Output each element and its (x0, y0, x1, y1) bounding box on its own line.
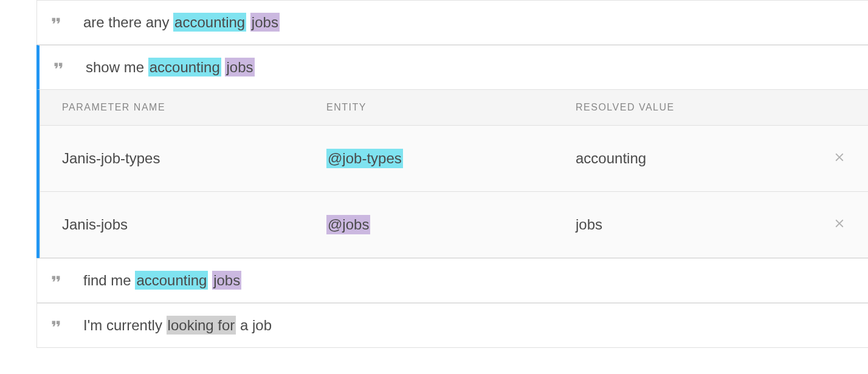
header-resolved-value: RESOLVED VALUE (576, 102, 858, 113)
entity-highlight[interactable]: accounting (173, 13, 246, 32)
entity-highlight[interactable]: jobs (225, 58, 254, 76)
quote-icon (52, 59, 65, 76)
training-phrase-row[interactable]: are there any accounting jobs (36, 0, 868, 45)
entity-highlight[interactable]: accounting (148, 58, 221, 76)
parameter-row: Janis-jobs@jobsjobs (40, 192, 868, 258)
entity-highlight[interactable]: jobs (250, 13, 280, 32)
training-phrase-row[interactable]: find me accounting jobs (36, 258, 868, 303)
parameter-row: Janis-job-types@job-typesaccounting (40, 126, 868, 192)
entity-highlight[interactable]: accounting (135, 271, 208, 290)
entity-tag[interactable]: @job-types (326, 149, 403, 168)
training-phrase-row[interactable]: show me accounting jobs (36, 45, 868, 90)
parameter-name-cell[interactable]: Janis-jobs (62, 216, 326, 233)
entity-highlight[interactable]: looking for (167, 316, 236, 335)
parameter-name-cell[interactable]: Janis-job-types (62, 150, 326, 167)
training-phrase-text[interactable]: are there any accounting jobs (83, 14, 280, 31)
quote-icon (49, 317, 63, 334)
header-entity: ENTITY (326, 102, 576, 113)
entity-cell[interactable]: @job-types (326, 149, 576, 168)
training-phrase-text[interactable]: show me accounting jobs (86, 59, 255, 76)
quote-icon (49, 14, 63, 31)
resolved-value-cell[interactable]: accounting (576, 150, 821, 167)
entity-tag[interactable]: @jobs (326, 215, 370, 234)
close-icon[interactable] (821, 149, 858, 168)
entity-cell[interactable]: @jobs (326, 215, 576, 234)
training-phrase-text[interactable]: find me accounting jobs (83, 272, 241, 289)
parameters-panel: PARAMETER NAMEENTITYRESOLVED VALUEJanis-… (36, 90, 868, 258)
quote-icon (49, 272, 63, 289)
resolved-value-cell[interactable]: jobs (576, 216, 821, 233)
training-phrase-text[interactable]: I'm currently looking for a job (83, 317, 272, 334)
training-phrase-row[interactable]: I'm currently looking for a job (36, 303, 868, 348)
entity-highlight[interactable]: jobs (212, 271, 241, 290)
parameters-header-row: PARAMETER NAMEENTITYRESOLVED VALUE (40, 90, 868, 126)
close-icon[interactable] (821, 216, 858, 234)
header-parameter-name: PARAMETER NAME (62, 102, 326, 113)
